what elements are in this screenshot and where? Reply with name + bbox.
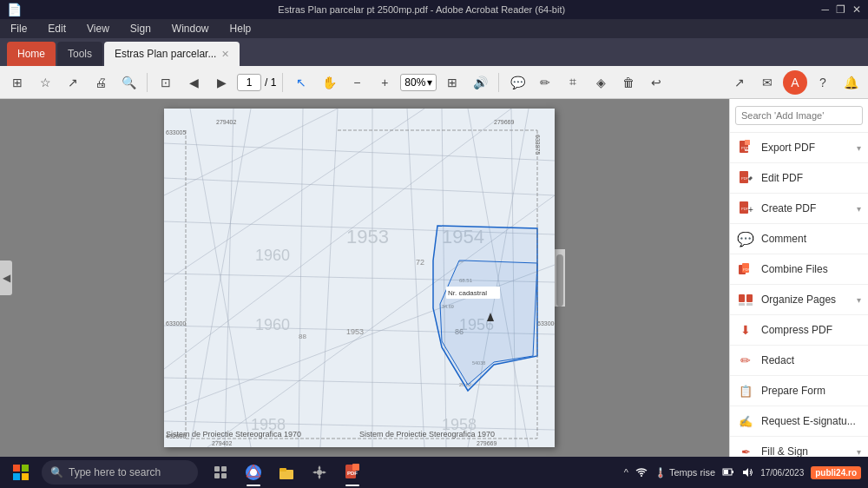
combine-files-icon: PDF [737, 260, 754, 278]
export-pdf-label: Export PDF [761, 142, 850, 154]
side-item-export-pdf[interactable]: PDF Export PDF ▾ [730, 133, 868, 163]
share-right-button[interactable]: ↗ [727, 70, 752, 95]
zoom-level[interactable]: 80% ▾ [400, 74, 437, 91]
scroll-thumb [556, 254, 563, 307]
taskbar-file-explorer[interactable] [271, 457, 302, 488]
marquee-tool[interactable]: ⊞ [440, 70, 464, 95]
pencil-tool[interactable]: ✏ [533, 70, 557, 95]
side-item-create-pdf[interactable]: PDF + Create PDF ▾ [730, 194, 868, 224]
tab-home[interactable]: Home [7, 42, 56, 66]
highlight-tool[interactable]: ⌗ [561, 70, 585, 95]
bookmark-button[interactable]: ☆ [33, 70, 57, 95]
svg-text:1958: 1958 [251, 416, 286, 433]
side-item-request-esign[interactable]: ✍ Request E-signatu... [730, 406, 868, 437]
bell-button[interactable]: 🔔 [838, 70, 863, 95]
side-item-edit-pdf[interactable]: PDF Edit PDF [730, 163, 868, 194]
left-panel-toggle[interactable]: ◀ [0, 260, 12, 295]
tab-tools[interactable]: Tools [57, 42, 102, 66]
taskbar-search[interactable]: 🔍 Type here to search [42, 460, 198, 485]
organize-pages-label: Organize Pages [761, 293, 850, 306]
menu-view[interactable]: View [83, 21, 113, 36]
svg-text:1960: 1960 [255, 316, 290, 333]
svg-text:Nr. cadastral: Nr. cadastral [448, 289, 487, 297]
svg-text:PDF: PDF [347, 471, 358, 476]
undo-tool[interactable]: ↩ [644, 70, 668, 95]
taskbar-volume[interactable] [741, 466, 753, 478]
hand-tool[interactable]: ✋ [317, 70, 341, 95]
taskbar-chrome[interactable] [238, 457, 269, 488]
pdf-map-svg: 279402 279669 633005 633875 633000 63300… [164, 109, 555, 447]
svg-rect-77 [13, 465, 20, 472]
minimize-button[interactable]: ─ [821, 3, 829, 16]
toolbar-sep-3 [498, 73, 499, 92]
corner-widget[interactable]: publi24.ro [811, 466, 861, 479]
start-button[interactable] [3, 460, 38, 485]
export-pdf-icon: PDF [737, 139, 754, 156]
vertical-scrollbar[interactable] [555, 249, 565, 307]
fill-sign-label: Fill & Sign [761, 445, 850, 457]
side-item-prepare-form[interactable]: 📋 Prepare Form [730, 376, 868, 406]
side-item-combine-files[interactable]: PDF Combine Files [730, 254, 868, 285]
zoom-in-button[interactable]: + [372, 70, 397, 95]
page-view-button[interactable]: ⊡ [154, 70, 178, 95]
prev-page-button[interactable]: ◀ [181, 70, 206, 95]
stamp-tool[interactable]: ◈ [589, 70, 613, 95]
side-item-fill-sign[interactable]: ✒ Fill & Sign ▾ [730, 437, 868, 457]
toolbar: ⊞ ☆ ↗ 🖨 🔍 ⊡ ◀ ▶ 1 / 1 ↖ ✋ − + 80% ▾ ⊞ 🔊 … [0, 66, 868, 99]
tab-close-icon[interactable]: ✕ [221, 49, 229, 60]
pdf-page: 279402 279669 633005 633875 633000 63300… [164, 109, 555, 447]
toolbar-sep-1 [147, 73, 148, 92]
menu-help[interactable]: Help [227, 21, 255, 36]
combine-files-label: Combine Files [761, 263, 861, 275]
email-button[interactable]: ✉ [755, 70, 779, 95]
account-button[interactable]: A [783, 70, 807, 95]
menu-edit[interactable]: Edit [44, 21, 69, 36]
restore-button[interactable]: ❐ [836, 3, 845, 16]
taskbar-right: ^ 🌡️ Temps rise [624, 466, 865, 479]
side-item-compress-pdf[interactable]: ⬇ Compress PDF [730, 315, 868, 346]
weather-text: Temps rise [669, 467, 715, 478]
tab-active[interactable]: Estras Plan parcelar... ✕ [104, 42, 240, 66]
taskbar-acrobat[interactable]: PDF [337, 457, 368, 488]
find-button[interactable]: 🔍 [116, 70, 141, 95]
svg-text:PDF: PDF [741, 176, 749, 181]
comment-tool[interactable]: 💬 [505, 70, 529, 95]
side-item-comment[interactable]: 💬 Comment [730, 224, 868, 254]
side-item-organize-pages[interactable]: Organize Pages ▾ [730, 285, 868, 315]
prepare-form-label: Prepare Form [761, 385, 861, 397]
svg-text:88: 88 [299, 333, 306, 340]
new-window-button[interactable]: ⊞ [5, 70, 30, 95]
page-number-input[interactable]: 1 [237, 74, 261, 91]
menu-window[interactable]: Window [168, 21, 213, 36]
menu-sign[interactable]: Sign [127, 21, 155, 36]
side-item-redact[interactable]: ✏ Redact [730, 346, 868, 376]
taskbar-datetime[interactable]: 17/06/2023 [760, 468, 804, 478]
side-search-input[interactable] [735, 106, 863, 125]
zoom-out-button[interactable]: − [345, 70, 369, 95]
audio-tool[interactable]: 🔊 [468, 70, 492, 95]
delete-tool[interactable]: 🗑 [616, 70, 641, 95]
create-pdf-label: Create PDF [761, 202, 850, 214]
comment-label: Comment [761, 233, 861, 245]
taskbar-chevron[interactable]: ^ [624, 467, 628, 478]
taskbar-settings[interactable] [304, 457, 335, 488]
help-button[interactable]: ? [811, 70, 835, 95]
taskbar-weather[interactable]: 🌡️ Temps rise [654, 467, 715, 478]
tab-bar: Home Tools Estras Plan parcelar... ✕ [0, 38, 868, 66]
taskbar-battery[interactable] [722, 466, 734, 478]
pdf-viewer[interactable]: ◀ [0, 99, 729, 457]
menu-file[interactable]: File [7, 21, 30, 36]
share-button[interactable]: ↗ [61, 70, 85, 95]
next-page-button[interactable]: ▶ [209, 70, 233, 95]
print-button[interactable]: 🖨 [89, 70, 113, 95]
taskbar-icons: PDF [205, 457, 368, 488]
taskbar-task-view[interactable] [205, 457, 236, 488]
svg-marker-97 [743, 468, 748, 477]
cursor-tool[interactable]: ↖ [289, 70, 313, 95]
svg-text:279402: 279402 [216, 119, 236, 125]
svg-text:279402: 279402 [212, 440, 232, 446]
taskbar-network[interactable] [635, 466, 648, 478]
close-button[interactable]: ✕ [852, 3, 861, 16]
svg-point-93 [641, 475, 642, 477]
svg-text:279669: 279669 [477, 440, 496, 446]
